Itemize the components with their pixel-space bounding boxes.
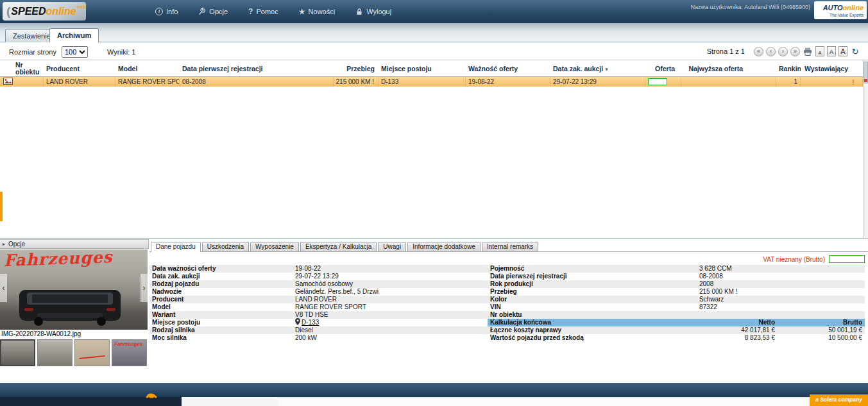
print-icon[interactable] — [803, 46, 813, 56]
field-value: Diesel — [295, 326, 488, 334]
cell-ranking: 1 — [776, 77, 801, 87]
kalkulacja-label: Łączne koszty naprawy — [488, 326, 699, 334]
field-label: Moc silnika — [149, 334, 295, 342]
menu-item-label: Opcje — [209, 8, 228, 15]
thumbnail-1[interactable] — [0, 339, 35, 366]
kalkulacja-netto-value: 8 823,53 € — [699, 334, 775, 342]
cell-rejestracja: 08-2008 — [180, 77, 334, 87]
menu-item-opcje[interactable]: Opcje — [198, 8, 228, 15]
column-header-oferta[interactable]: Oferta — [645, 65, 681, 72]
cell-data-zak-aukcji: 29-07-22 13:29 — [550, 77, 645, 87]
column-header-model[interactable]: Model — [115, 65, 180, 72]
list-scrollbar[interactable] — [863, 60, 868, 238]
cell-nr-obiektu — [0, 77, 44, 87]
kalkulacja-brutto-value: 50 001,19 € — [775, 326, 865, 334]
bottom-strip-white — [182, 397, 278, 406]
photo-next-button[interactable]: › — [140, 274, 148, 302]
menu-item-pomoc[interactable]: ? Pomoc — [248, 7, 278, 16]
font-size-small-button[interactable]: A — [815, 46, 824, 56]
menu-item-nowosci[interactable]: ★ Nowości — [299, 8, 335, 16]
autoonline-logo: AUTOonline The Value Experts — [814, 1, 867, 19]
field-value: 200 kW — [295, 334, 488, 342]
detail-panel: ▸ Opcje Fahrzeuges ‹ › IMG-20220728- — [0, 239, 868, 383]
thumbnail-overlay-text: Fahrzeuges — [114, 341, 142, 347]
refresh-icon[interactable]: ↻ — [850, 46, 860, 56]
vat-status-label: VAT nieznany (Brutto) — [763, 256, 825, 263]
font-size-medium-button[interactable]: A — [827, 46, 836, 56]
prev-page-button[interactable]: ‹ — [766, 47, 776, 56]
font-size-large-button[interactable]: A — [838, 46, 847, 56]
field-row: Rodzaj silnika Diesel — [149, 326, 488, 334]
field-row: Kolor Schwarz — [488, 296, 865, 303]
vehicle-fields-left: Data ważności oferty 19-08-22 Data zak. … — [149, 265, 488, 342]
thumbnail-3[interactable] — [74, 339, 110, 366]
field-row: Rodzaj pojazdu Samochód osobowy — [149, 280, 488, 288]
thumbnail-4[interactable]: Fahrzeuges — [112, 339, 147, 366]
field-row: Nr obiektu — [488, 311, 865, 319]
tab-internal-remarks[interactable]: Internal remarks — [482, 242, 538, 251]
kalkulacja-title: Kalkulacja końcowa — [488, 319, 699, 326]
results-table-header: Nr obiektu Producent Model Data pierwsze… — [0, 60, 863, 77]
column-header-miejsce-postoju[interactable]: Miejsce postoju — [379, 65, 466, 72]
field-value: 3 628 CCM — [699, 265, 865, 273]
cell-miejsce-postoju: D-133 — [379, 77, 466, 87]
last-page-button[interactable]: » — [790, 47, 800, 56]
column-header-line2: obiektu — [15, 69, 41, 76]
tab-uwagi[interactable]: Uwagi — [378, 242, 406, 251]
cell-wystawiajacy: ! — [801, 77, 863, 87]
first-page-button[interactable]: « — [754, 47, 763, 56]
column-header-wystawiajacy[interactable]: Wystawiający — [801, 65, 863, 72]
left-panel-handle[interactable] — [0, 192, 3, 221]
tab-ekspertyza-kalkulacja[interactable]: Ekspertyza / Kalkulacja — [300, 242, 377, 251]
column-header-ranking[interactable]: Ranking — [776, 65, 801, 72]
field-value: 19-08-22 — [295, 265, 488, 273]
column-header-nr-obiektu[interactable]: Nr obiektu — [0, 62, 44, 76]
opcje-expander[interactable]: ▸ Opcje — [0, 239, 149, 249]
cell-waznosc-oferty: 19-08-22 — [466, 77, 550, 87]
brutto-column-header: Brutto — [775, 319, 865, 326]
vat-status-box[interactable] — [829, 255, 865, 263]
field-row: Data pierwszej rejestracji 08-2008 — [488, 273, 865, 280]
brand-auto-text: AUTO — [823, 4, 843, 12]
menu-item-info[interactable]: i Info — [155, 8, 178, 15]
bottom-strip-pale — [278, 397, 810, 406]
column-header-najwyzsza-oferta[interactable]: Najwyższa oferta — [681, 65, 776, 72]
location-link[interactable]: D-133 — [302, 319, 319, 326]
results-count-label: Wyniki: 1 — [107, 48, 136, 56]
brand-online-text: online — [843, 4, 864, 12]
field-label: Kolor — [488, 296, 699, 303]
thumbnail-2[interactable] — [37, 339, 72, 366]
result-row[interactable]: LAND ROVER RANGE ROVER SPOR... 08-2008 2… — [0, 77, 863, 87]
column-header-waznosc-oferty[interactable]: Ważność oferty — [466, 65, 550, 72]
logo-speed-text: SPEED — [11, 6, 46, 17]
sort-descending-icon: ▾ — [605, 66, 608, 72]
next-page-button[interactable]: › — [778, 47, 788, 56]
column-header-rejestracja[interactable]: Data pierwszej rejestracji — [180, 65, 334, 72]
tab-wyposazenie[interactable]: Wyposażenie — [250, 242, 299, 251]
field-label: Data zak. aukcji — [149, 273, 295, 280]
offer-status-box[interactable] — [648, 78, 667, 85]
page-size-select[interactable]: 100 — [62, 46, 88, 58]
toolbar-right: Strona 1 z 1 « ‹ › » A A A ↻ — [707, 46, 860, 56]
column-header-przebieg[interactable]: Przebieg — [334, 65, 379, 72]
menu-item-wyloguj[interactable]: Wyloguj — [355, 8, 391, 15]
field-row: VIN 87322 — [488, 303, 865, 311]
field-row: Moc silnika 200 kW — [149, 334, 488, 342]
cell-oferta — [645, 77, 681, 87]
photo-prev-button[interactable]: ‹ — [0, 274, 7, 302]
logo-web-text: web — [77, 4, 87, 10]
field-row: Model RANGE ROVER SPORT — [149, 303, 488, 311]
column-header-data-zak-aukcji[interactable]: Data zak. aukcji ▾ — [550, 65, 645, 72]
tab-uszkodzenia[interactable]: Uszkodzenia — [202, 242, 249, 251]
vehicle-photo[interactable]: Fahrzeuges ‹ › — [0, 250, 148, 330]
menu-item-label: Info — [166, 8, 178, 15]
cell-model: RANGE ROVER SPOR... — [115, 77, 180, 87]
photo-thumbnails: Fahrzeuges — [0, 339, 147, 366]
field-label: Przebieg — [488, 288, 699, 296]
tab-archiwum[interactable]: Archiwum — [49, 28, 99, 42]
tab-informacje-dodatkowe[interactable]: Informacje dodatkowe — [407, 242, 481, 251]
solera-company-badge[interactable]: a Solera company — [810, 394, 868, 405]
warning-icon: ! — [852, 78, 855, 86]
tab-dane-pojazdu[interactable]: Dane pojazdu — [151, 242, 201, 252]
column-header-producent[interactable]: Producent — [44, 65, 115, 72]
